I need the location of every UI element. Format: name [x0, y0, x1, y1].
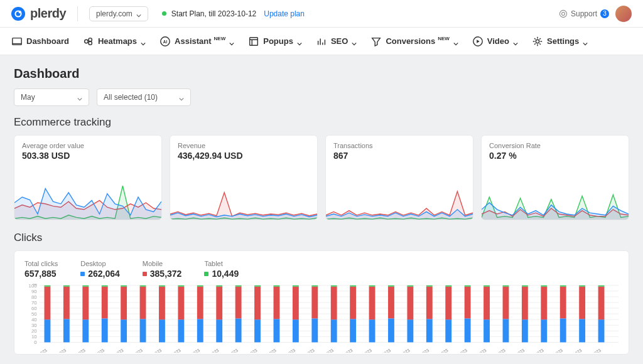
topbar: plerdy plerdy.com Start Plan, till 2023-…	[0, 0, 643, 28]
svg-rect-153	[598, 319, 605, 342]
svg-rect-150	[579, 287, 585, 319]
content: Dashboard May All selected (10) Ecommerc…	[0, 55, 643, 364]
svg-rect-130	[484, 287, 490, 320]
card-label: Revenue	[178, 142, 310, 149]
svg-rect-138	[522, 287, 528, 320]
svg-point-3	[559, 10, 566, 17]
nav-seo[interactable]: SEO	[316, 36, 357, 47]
svg-text:2023: 2023	[343, 348, 354, 353]
sparkline-revenue	[170, 163, 317, 220]
nav-video[interactable]: Video	[472, 36, 518, 47]
nav-conversions[interactable]: Conversions NEW	[370, 36, 458, 47]
svg-rect-146	[560, 287, 566, 319]
svg-rect-101	[350, 319, 356, 342]
avatar[interactable]	[615, 6, 632, 22]
svg-rect-141	[541, 319, 547, 342]
svg-rect-42	[63, 287, 70, 319]
nav-heatmaps[interactable]: Heatmaps	[83, 36, 146, 47]
nav-label: Popups	[263, 36, 293, 46]
svg-rect-154	[598, 287, 605, 320]
svg-rect-145	[560, 318, 566, 342]
svg-rect-70	[197, 287, 203, 319]
sparkline-conversion	[482, 163, 629, 220]
svg-rect-119	[426, 286, 433, 287]
svg-rect-106	[369, 287, 376, 320]
svg-rect-82	[254, 287, 261, 320]
svg-rect-149	[579, 319, 585, 342]
gear-icon	[532, 36, 543, 47]
svg-rect-94	[311, 287, 318, 319]
ecommerce-heading: Ecommerce tracking	[14, 116, 629, 129]
svg-rect-109	[388, 318, 394, 342]
svg-point-2	[19, 11, 21, 13]
svg-rect-87	[274, 286, 280, 287]
svg-rect-89	[293, 319, 299, 342]
svg-rect-133	[503, 319, 509, 342]
nav-dashboard[interactable]: Dashboard	[11, 36, 69, 47]
svg-rect-131	[484, 286, 490, 287]
svg-rect-59	[140, 286, 146, 287]
svg-text:2023: 2023	[152, 348, 163, 353]
svg-rect-77	[235, 318, 242, 342]
svg-rect-43	[63, 286, 70, 287]
support-icon	[559, 9, 568, 18]
site-selector[interactable]: plerdy.com	[89, 6, 148, 21]
card-label: Average order value	[22, 142, 154, 149]
svg-text:2023: 2023	[477, 348, 487, 353]
card-label: Conversion Rate	[489, 142, 621, 149]
svg-rect-139	[522, 286, 528, 287]
funnel-icon	[370, 36, 382, 47]
svg-rect-142	[541, 287, 547, 320]
chevron-down-icon	[136, 11, 141, 16]
svg-text:90: 90	[31, 289, 37, 294]
nav-label: Video	[487, 36, 509, 46]
svg-text:80: 80	[31, 294, 37, 300]
chevron-down-icon	[229, 39, 234, 44]
svg-rect-123	[445, 286, 451, 287]
svg-text:2023: 2023	[95, 348, 105, 353]
svg-text:2023: 2023	[190, 348, 201, 353]
nav-badge: NEW	[214, 36, 226, 41]
svg-text:60: 60	[31, 306, 37, 311]
svg-text:30: 30	[31, 323, 37, 328]
svg-text:2023: 2023	[133, 348, 144, 353]
card-conversion-rate: Conversion Rate 0.27 %	[481, 135, 629, 220]
popups-icon	[248, 36, 259, 47]
logo[interactable]: plerdy	[11, 6, 66, 21]
svg-rect-113	[407, 319, 413, 342]
desktop-label: Desktop	[80, 260, 120, 267]
svg-rect-54	[121, 287, 127, 320]
nav-popups[interactable]: Popups	[248, 36, 302, 47]
nav-settings[interactable]: Settings	[532, 36, 588, 47]
plan-status: Start Plan, till 2023-10-12 Update plan	[162, 9, 305, 18]
nav-label: Dashboard	[26, 36, 69, 46]
svg-point-8	[89, 41, 92, 45]
dashboard-icon	[11, 36, 23, 47]
total-clicks-label: Total clicks	[24, 260, 58, 267]
svg-rect-47	[82, 286, 89, 287]
chevron-down-icon	[77, 95, 82, 100]
svg-text:2023: 2023	[553, 348, 564, 353]
svg-rect-57	[140, 319, 146, 342]
month-select[interactable]: May	[14, 88, 89, 106]
svg-text:2023: 2023	[362, 348, 373, 353]
svg-rect-103	[350, 286, 356, 287]
svg-text:2023: 2023	[381, 348, 392, 353]
svg-point-13	[536, 40, 539, 43]
total-clicks-value: 657,885	[24, 269, 58, 279]
seo-icon	[316, 36, 327, 47]
svg-rect-129	[484, 319, 490, 342]
selection-select[interactable]: All selected (10)	[97, 88, 191, 106]
svg-text:2023: 2023	[419, 348, 430, 353]
nav-assistant[interactable]: AI Assistant NEW	[159, 36, 234, 47]
support-button[interactable]: Support 3	[559, 9, 609, 18]
svg-rect-114	[407, 287, 413, 320]
chevron-down-icon	[453, 39, 458, 44]
svg-rect-67	[178, 286, 184, 287]
svg-rect-110	[388, 287, 394, 319]
svg-rect-75	[216, 286, 222, 287]
svg-text:70: 70	[31, 300, 37, 306]
site-selector-label: plerdy.com	[96, 9, 132, 18]
update-plan-link[interactable]: Update plan	[264, 9, 305, 18]
desktop-value: 262,064	[88, 269, 120, 279]
